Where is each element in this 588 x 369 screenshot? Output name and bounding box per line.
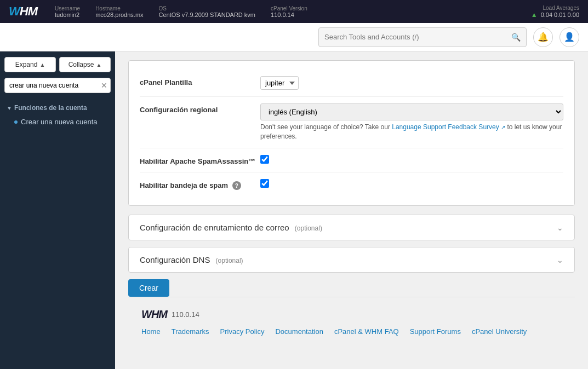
footer-link-home[interactable]: Home — [141, 327, 161, 336]
bell-icon: 🔔 — [538, 32, 549, 42]
collapsible-correo-chevron-icon: ⌄ — [557, 223, 563, 232]
footer-logo: WHM 110.0.14 — [141, 308, 562, 321]
habilitar-bandeja-checkbox[interactable] — [260, 179, 269, 188]
os-value: CentOS v7.9.2009 STANDARD kvm — [159, 11, 255, 18]
configuracion-regional-control: inglés (English) Don't see your language… — [260, 103, 563, 141]
collapsible-dns: Configuración DNS (optional) ⌄ — [128, 247, 575, 273]
load-arrow-icon: ▲ — [531, 11, 538, 19]
footer: WHM 110.0.14 Home Trademarks Privacy Pol… — [128, 297, 575, 347]
sidebar-section-header[interactable]: ▼ Funciones de la cuenta — [4, 101, 111, 115]
main-layout: Expand ▲ Collapse ▲ ✕ ▼ Funciones de la … — [0, 51, 588, 369]
whm-logo: WHM — [9, 4, 37, 19]
habilitar-apache-label: Habilitar Apache SpamAssassin™ — [140, 155, 260, 165]
os-label: OS — [159, 5, 255, 11]
habilitar-bandeja-row: Habilitar bandeja de spam ? — [140, 172, 563, 197]
search-input[interactable] — [324, 33, 511, 41]
navbar: 🔍 🔔 👤 — [0, 23, 588, 51]
load-averages: Load Averages ▲ 0.04 0.01 0.00 — [531, 5, 579, 19]
cpanel-plantilla-control: jupiter — [260, 76, 563, 90]
cpanel-label: cPanel Version — [271, 5, 307, 11]
configuracion-regional-row: Configuración regional inglés (English) … — [140, 97, 563, 148]
habilitar-apache-row: Habilitar Apache SpamAssassin™ — [140, 148, 563, 172]
load-numbers: 0.04 0.01 0.00 — [541, 11, 579, 18]
habilitar-apache-control — [260, 155, 563, 165]
link-text: Language Support Feedback Survey — [392, 123, 499, 131]
configuracion-regional-label: Configuración regional — [140, 103, 260, 114]
form-card: cPanel Plantilla jupiter Configuración r… — [128, 60, 575, 206]
collapsible-dns-title: Configuración DNS (optional) — [140, 255, 243, 264]
sidebar: Expand ▲ Collapse ▲ ✕ ▼ Funciones de la … — [0, 51, 115, 369]
external-link-icon: ↗ — [501, 124, 505, 130]
sidebar-item-crear-cuenta[interactable]: Crear una nueva cuenta — [4, 115, 111, 129]
cpanel-meta: cPanel Version 110.0.14 — [271, 5, 307, 18]
notifications-button[interactable]: 🔔 — [533, 27, 553, 47]
habilitar-bandeja-control — [260, 179, 563, 189]
habilitar-apache-checkbox[interactable] — [260, 155, 269, 164]
user-button[interactable]: 👤 — [560, 27, 579, 47]
collapsible-correo-header[interactable]: Configuración de enrutamiento de correo … — [129, 215, 574, 240]
collapse-button[interactable]: Collapse ▲ — [59, 57, 111, 72]
language-survey-link[interactable]: Language Support Feedback Survey ↗ — [392, 123, 507, 131]
cpanel-plantilla-row: cPanel Plantilla jupiter — [140, 70, 563, 97]
collapsible-correo-title: Configuración de enrutamiento de correo … — [140, 223, 322, 232]
footer-link-trademarks[interactable]: Trademarks — [172, 327, 209, 336]
collapse-label: Collapse — [68, 61, 94, 68]
dns-optional-label: (optional) — [216, 257, 243, 264]
footer-logo-text: WHM — [141, 308, 167, 321]
footer-link-privacy[interactable]: Privacy Policy — [220, 327, 265, 336]
sidebar-item-label: Crear una nueva cuenta — [21, 118, 97, 126]
user-icon: 👤 — [564, 32, 575, 42]
sidebar-search-box: ✕ — [4, 78, 111, 93]
hint-text-1: Don't see your language of choice? Take … — [260, 123, 390, 131]
configuracion-regional-select[interactable]: inglés (English) — [260, 103, 563, 120]
load-label: Load Averages — [531, 5, 579, 11]
topbar-meta: Username tudomin2 Hostname mco28.prodns.… — [55, 5, 513, 18]
topbar: WHM Username tudomin2 Hostname mco28.pro… — [0, 0, 588, 23]
sidebar-buttons: Expand ▲ Collapse ▲ — [0, 51, 115, 78]
bullet-icon — [14, 120, 18, 124]
footer-version: 110.0.14 — [172, 310, 199, 319]
card-body: cPanel Plantilla jupiter Configuración r… — [129, 61, 574, 205]
username-value: tudomin2 — [55, 11, 80, 18]
collapse-arrow-icon: ▲ — [96, 62, 101, 68]
footer-link-forums[interactable]: Support Forums — [410, 327, 461, 336]
correo-optional-label: (optional) — [295, 224, 322, 232]
expand-label: Expand — [15, 61, 38, 68]
configuracion-hint: Don't see your language of choice? Take … — [260, 123, 563, 141]
hostname-label: Hostname — [95, 5, 143, 11]
close-icon[interactable]: ✕ — [101, 81, 107, 90]
hostname-value: mco28.prodns.mx — [95, 11, 143, 18]
collapsible-dns-header[interactable]: Configuración DNS (optional) ⌄ — [129, 247, 574, 272]
cpanel-value: 110.0.14 — [271, 11, 307, 18]
sidebar-section-label: Funciones de la cuenta — [14, 104, 87, 112]
hostname-meta: Hostname mco28.prodns.mx — [95, 5, 143, 18]
load-values: ▲ 0.04 0.01 0.00 — [531, 11, 579, 19]
expand-button[interactable]: Expand ▲ — [4, 57, 56, 72]
username-label: Username — [55, 5, 80, 11]
footer-link-documentation[interactable]: Documentation — [275, 327, 323, 336]
chevron-down-icon: ▼ — [7, 105, 12, 111]
topbar-right: Load Averages ▲ 0.04 0.01 0.00 — [531, 5, 579, 19]
search-icon: 🔍 — [511, 33, 521, 42]
sidebar-search-input[interactable] — [4, 78, 111, 93]
help-icon[interactable]: ? — [232, 181, 241, 190]
username-meta: Username tudomin2 — [55, 5, 80, 18]
search-container: 🔍 — [318, 27, 527, 47]
cpanel-plantilla-select[interactable]: jupiter — [260, 76, 299, 90]
footer-link-faq[interactable]: cPanel & WHM FAQ — [334, 327, 399, 336]
sidebar-section-cuenta: ▼ Funciones de la cuenta Crear una nueva… — [0, 97, 115, 132]
collapsible-correo: Configuración de enrutamiento de correo … — [128, 215, 575, 240]
crear-button[interactable]: Crear — [128, 279, 169, 297]
footer-links: Home Trademarks Privacy Policy Documenta… — [141, 327, 562, 336]
collapsible-dns-chevron-icon: ⌄ — [557, 256, 563, 264]
os-meta: OS CentOS v7.9.2009 STANDARD kvm — [159, 5, 255, 18]
habilitar-bandeja-label: Habilitar bandeja de spam ? — [140, 179, 260, 191]
footer-link-university[interactable]: cPanel University — [472, 327, 527, 336]
expand-arrow-icon: ▲ — [39, 62, 45, 68]
content-area: cPanel Plantilla jupiter Configuración r… — [115, 51, 588, 369]
cpanel-plantilla-label: cPanel Plantilla — [140, 76, 260, 87]
